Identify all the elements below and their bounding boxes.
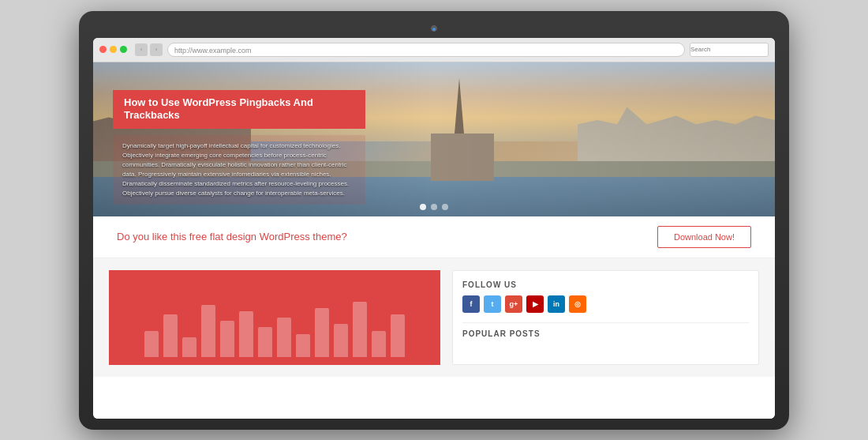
browser-search-input[interactable] xyxy=(690,43,769,57)
bar-chart-bar xyxy=(144,331,159,357)
browser-toolbar: ‹ › http://www.example.com xyxy=(93,38,775,62)
bar-chart-bar xyxy=(372,331,386,357)
social-icons-container: f t g+ ▶ in ◎ xyxy=(462,295,749,313)
hero-text-overlay: How to Use WordPress Pingbacks And Track… xyxy=(113,90,365,205)
left-content-box xyxy=(109,270,440,365)
maximize-window-button[interactable] xyxy=(120,46,127,53)
rss-icon[interactable]: ◎ xyxy=(569,295,586,313)
bar-chart-bar xyxy=(182,337,196,357)
slider-dot-3[interactable] xyxy=(442,204,448,210)
slider-dot-2[interactable] xyxy=(431,204,437,210)
forward-button[interactable]: › xyxy=(150,43,163,56)
bar-chart xyxy=(129,294,421,357)
browser-nav-controls: ‹ › xyxy=(135,43,163,56)
bar-chart-bar xyxy=(239,311,253,357)
bar-chart-bar xyxy=(277,318,291,356)
hero-title: How to Use WordPress Pingbacks And Track… xyxy=(124,96,354,123)
popular-posts-title: POPULAR POSTS xyxy=(462,322,749,338)
bar-chart-bar xyxy=(220,321,234,356)
youtube-icon[interactable]: ▶ xyxy=(526,295,544,313)
bar-chart-bar xyxy=(201,305,215,357)
google-plus-icon[interactable]: g+ xyxy=(505,295,522,313)
hero-description-text: Dynamically target high-payoff intellect… xyxy=(122,141,356,198)
browser-window-controls xyxy=(99,46,127,53)
close-window-button[interactable] xyxy=(99,46,107,53)
website-content: How to Use WordPress Pingbacks And Track… xyxy=(93,62,775,419)
content-section: FOLLOW US f t g+ ▶ in ◎ POPULAR POSTS xyxy=(93,258,775,377)
address-bar[interactable]: http://www.example.com xyxy=(167,43,685,57)
bar-chart-bar xyxy=(163,314,178,357)
linkedin-icon[interactable]: in xyxy=(548,295,565,313)
follow-us-title: FOLLOW US xyxy=(462,280,749,289)
bar-chart-bar xyxy=(315,308,329,357)
camera-area xyxy=(93,25,775,32)
facebook-icon[interactable]: f xyxy=(462,295,480,313)
laptop-shell: ‹ › http://www.example.com xyxy=(79,11,789,430)
hero-title-box: How to Use WordPress Pingbacks And Track… xyxy=(113,90,365,130)
hero-description-box: Dynamically target high-payoff intellect… xyxy=(113,135,365,205)
bar-chart-bar xyxy=(258,327,272,356)
slider-dots xyxy=(420,204,448,210)
hero-section: How to Use WordPress Pingbacks And Track… xyxy=(93,62,775,216)
bar-chart-bar xyxy=(353,302,367,357)
back-button[interactable]: ‹ xyxy=(135,43,148,56)
minimize-window-button[interactable] xyxy=(110,46,117,53)
right-sidebar: FOLLOW US f t g+ ▶ in ◎ POPULAR POSTS xyxy=(452,270,759,365)
bar-chart-bar xyxy=(391,314,405,357)
bar-chart-bar xyxy=(334,324,348,356)
download-question-text: Do you like this free flat design WordPr… xyxy=(117,231,347,243)
bar-chart-bar xyxy=(296,334,310,357)
laptop-camera xyxy=(431,25,437,32)
twitter-icon[interactable]: t xyxy=(484,295,501,313)
slider-dot-1[interactable] xyxy=(420,204,426,210)
download-section: Do you like this free flat design WordPr… xyxy=(93,216,775,258)
browser-chrome: ‹ › http://www.example.com xyxy=(93,38,775,419)
download-now-button[interactable]: Download Now! xyxy=(657,226,751,248)
